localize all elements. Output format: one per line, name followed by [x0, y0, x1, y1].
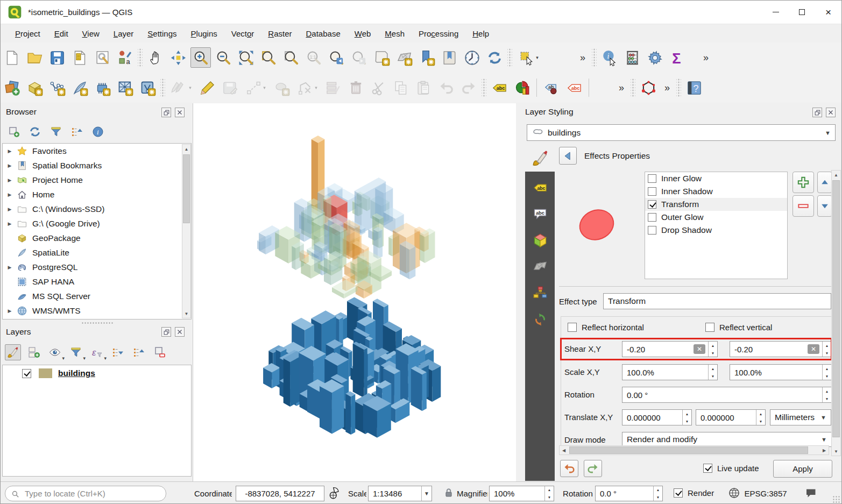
zoom-in-button[interactable]	[190, 47, 211, 68]
browser-item[interactable]: SpatiaLite	[3, 245, 191, 260]
processing-toolbox-button[interactable]	[645, 47, 665, 68]
locator-search[interactable]	[5, 486, 166, 501]
live-update-checkbox[interactable]	[703, 464, 712, 473]
menu-view[interactable]: View	[75, 26, 107, 41]
effect-checkbox[interactable]	[648, 187, 656, 196]
manage-visibility-button[interactable]: ▾	[47, 344, 63, 360]
help-button[interactable]: ?	[684, 77, 704, 98]
minimize-button[interactable]	[762, 1, 789, 24]
new-virtual-layer-button[interactable]	[92, 77, 112, 98]
expand-arrow-icon[interactable]: ▶	[3, 207, 17, 212]
remove-layer-button[interactable]	[152, 344, 168, 360]
toolbar-overflow-button[interactable]: »	[575, 52, 590, 63]
rotation-spinbox[interactable]: 0.00 ° ▲▼	[622, 387, 832, 403]
menu-web[interactable]: Web	[348, 26, 378, 41]
filter-expression-button[interactable]: ε▾	[89, 344, 105, 360]
browser-filter-button[interactable]	[48, 124, 64, 140]
layers-float-button[interactable]	[161, 327, 171, 337]
clear-icon[interactable]: ✕	[694, 344, 705, 354]
draw-mode-combo[interactable]: Render and modify ▼	[622, 432, 832, 447]
apply-button[interactable]: Apply	[773, 460, 832, 478]
styling-redo-button[interactable]	[584, 460, 602, 477]
browser-add-layer-button[interactable]	[6, 124, 22, 140]
new-project-button[interactable]	[2, 47, 22, 68]
tab-style-hierarchy[interactable]	[530, 284, 550, 302]
new-3d-map-view-button[interactable]	[394, 47, 414, 68]
layers-close-button[interactable]	[175, 327, 185, 337]
tab-callouts[interactable]: abc	[530, 205, 550, 223]
browser-item[interactable]: ▶Home	[3, 187, 191, 202]
menu-project[interactable]: Project	[8, 26, 47, 41]
magnifier-spinbox[interactable]: 100% ▲▼	[489, 486, 554, 501]
add-effect-button[interactable]	[793, 172, 814, 193]
browser-scrollbar[interactable]: ▲ ▼	[182, 144, 191, 318]
browser-item[interactable]: ▶Spatial Bookmarks	[3, 158, 191, 173]
expand-arrow-icon[interactable]: ▶	[3, 178, 17, 183]
new-spatialite-layer-button[interactable]	[69, 77, 90, 98]
shear-y-spinbox[interactable]: -0.20 ✕ ▲▼	[730, 341, 832, 357]
new-mesh-layer-button[interactable]	[115, 77, 135, 98]
translate-y-spinbox[interactable]: 0.000000 ▲▼	[696, 409, 766, 425]
move-effect-down-button[interactable]	[817, 195, 832, 217]
shape-digitizing-button[interactable]	[638, 77, 659, 98]
browser-item[interactable]: ▶WMS/WMTS	[3, 303, 191, 318]
menu-mesh[interactable]: Mesh	[378, 26, 412, 41]
scroll-right-icon[interactable]: ▶	[820, 446, 829, 455]
spin-arrows[interactable]: ▲▼	[756, 410, 765, 425]
layout-manager-button[interactable]	[92, 47, 112, 68]
layer-color-swatch[interactable]	[39, 368, 52, 378]
shear-x-spinbox[interactable]: -0.20 ✕ ▲▼	[622, 341, 718, 357]
refresh-map-button[interactable]	[484, 47, 505, 68]
menu-raster[interactable]: Raster	[261, 26, 299, 41]
menu-edit[interactable]: Edit	[47, 26, 75, 41]
scroll-left-icon[interactable]: ◀	[560, 446, 568, 455]
browser-item[interactable]: SAP HANA	[3, 274, 191, 289]
effect-item-inner-shadow[interactable]: Inner Shadow	[645, 185, 787, 198]
scroll-up-icon[interactable]: ▲	[182, 145, 190, 153]
scale-x-spinbox[interactable]: 100.0% ▲▼	[622, 364, 718, 380]
browser-close-button[interactable]	[175, 108, 185, 117]
effect-checkbox[interactable]	[648, 213, 656, 222]
styling-hscrollbar[interactable]: ◀ ▶	[559, 445, 829, 455]
expand-all-button[interactable]	[110, 344, 126, 360]
effect-checkbox[interactable]	[648, 226, 656, 235]
menu-vector[interactable]: Vector	[224, 26, 261, 41]
new-spatial-bookmark-button[interactable]	[416, 47, 437, 68]
maximize-button[interactable]	[789, 1, 815, 24]
save-project-button[interactable]	[47, 47, 67, 68]
browser-item[interactable]: ▶Project Home	[3, 173, 191, 187]
zoom-out-button[interactable]	[213, 47, 234, 68]
spin-arrows[interactable]: ▲▼	[708, 342, 717, 357]
resize-grip[interactable]	[832, 495, 840, 503]
data-source-manager-button[interactable]	[2, 77, 22, 98]
styling-float-button[interactable]	[812, 108, 822, 117]
coordinate-field[interactable]: -8837028, 5412227	[236, 486, 324, 501]
layer-item-buildings[interactable]: buildings	[3, 365, 191, 381]
browser-item[interactable]: ▶G:\ (Google Drive)	[3, 216, 191, 231]
open-project-button[interactable]	[24, 47, 45, 68]
zoom-full-button[interactable]	[236, 47, 256, 68]
reflect-vertical-checkbox[interactable]	[705, 323, 714, 332]
scroll-thumb[interactable]	[569, 446, 808, 454]
spin-arrows[interactable]: ▲▼	[653, 486, 662, 501]
layer-selector-combo[interactable]: buildings ▼	[527, 124, 836, 141]
remove-effect-button[interactable]	[793, 195, 814, 217]
close-button[interactable]: ×	[815, 1, 841, 24]
zoom-last-button[interactable]	[326, 47, 346, 68]
layer-diagram-button[interactable]	[512, 77, 532, 98]
temporal-controller-button[interactable]	[462, 47, 482, 68]
scale-combo[interactable]: 1:13486 ▼	[368, 486, 432, 501]
spin-arrows[interactable]: ▲▼	[822, 387, 831, 402]
browser-item[interactable]: ▶C:\ (Windows-SSD)	[3, 202, 191, 216]
open-layer-styling-button[interactable]	[5, 344, 21, 360]
translate-units-combo[interactable]: Millimeters ▼	[770, 409, 831, 425]
reflect-horizontal-checkbox[interactable]	[568, 323, 577, 332]
scroll-up-icon[interactable]: ▲	[832, 171, 840, 179]
spin-arrows[interactable]: ▲▼	[544, 486, 554, 501]
expand-arrow-icon[interactable]: ▶	[3, 192, 17, 197]
effect-item-outer-glow[interactable]: Outer Glow	[645, 211, 787, 224]
expand-arrow-icon[interactable]: ▶	[3, 265, 17, 270]
tab-3d-view[interactable]	[530, 231, 550, 250]
scroll-down-icon[interactable]: ▼	[832, 447, 840, 456]
spin-arrows[interactable]: ▲▼	[822, 365, 831, 380]
